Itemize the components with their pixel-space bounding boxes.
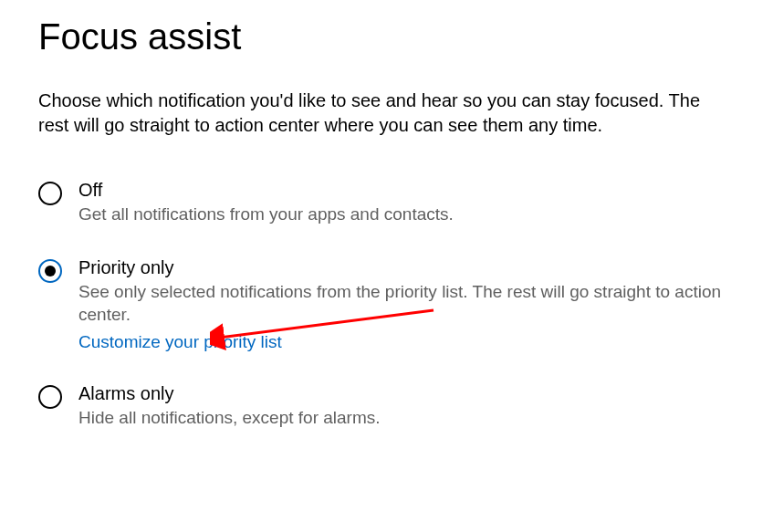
option-off-label[interactable]: Off [78,180,454,201]
radio-priority-only[interactable] [38,259,62,283]
option-alarms-only[interactable]: Alarms only Hide all notifications, exce… [38,383,740,430]
option-alarms-label[interactable]: Alarms only [78,383,381,404]
radio-alarms-only[interactable] [38,385,62,409]
settings-description: Choose which notification you'd like to … [38,89,732,138]
option-alarms-desc: Hide all notifications, except for alarm… [78,406,381,430]
option-priority-text: Priority only See only selected notifica… [78,257,736,352]
option-alarms-text: Alarms only Hide all notifications, exce… [78,383,381,430]
option-off-desc: Get all notifications from your apps and… [78,203,454,226]
customize-priority-list-link[interactable]: Customize your priority list [78,332,736,352]
focus-assist-options: Off Get all notifications from your apps… [38,180,740,430]
option-off-text: Off Get all notifications from your apps… [78,180,454,226]
option-priority-only[interactable]: Priority only See only selected notifica… [38,257,740,352]
option-priority-label[interactable]: Priority only [78,257,736,278]
page-title: Focus assist [38,16,740,57]
radio-off[interactable] [38,182,62,205]
option-off[interactable]: Off Get all notifications from your apps… [38,180,740,226]
option-priority-desc: See only selected notifications from the… [78,280,736,327]
